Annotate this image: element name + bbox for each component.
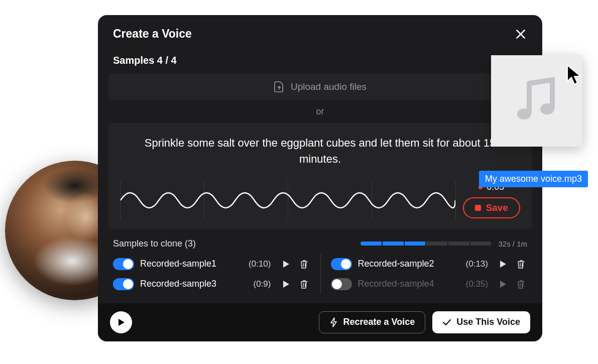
trash-icon — [517, 259, 526, 269]
sample-duration: (0:9) — [254, 279, 271, 289]
sample-toggle[interactable] — [331, 258, 352, 270]
file-upload-icon — [274, 81, 285, 93]
sample-toggle[interactable] — [113, 258, 134, 270]
sample-delete-button[interactable] — [515, 278, 527, 290]
sample-duration: (0:10) — [249, 259, 271, 269]
close-icon — [514, 28, 527, 41]
modal-header: Create a Voice — [98, 15, 542, 50]
modal-title: Create a Voice — [113, 27, 192, 41]
sample-row: Recorded-sample1 (0:10) — [113, 254, 320, 274]
sample-delete-button[interactable] — [515, 258, 527, 270]
check-icon — [442, 319, 451, 326]
sample-list: Recorded-sample1 (0:10) Recorded-sample2… — [98, 254, 542, 299]
stop-icon — [475, 205, 481, 211]
sample-play-button[interactable] — [497, 278, 509, 290]
recreate-voice-button[interactable]: Recreate a Voice — [319, 311, 426, 333]
cursor-icon — [566, 64, 583, 85]
sample-row: Recorded-sample3 (0:9) — [113, 274, 320, 294]
save-label: Save — [486, 202, 508, 213]
play-icon — [282, 260, 291, 269]
sample-name: Recorded-sample2 — [358, 259, 460, 269]
samples-count-label: Samples 4 / 4 — [98, 50, 542, 73]
play-icon — [499, 260, 508, 269]
progress-bar — [361, 241, 491, 246]
waveform — [120, 180, 456, 220]
upload-audio-button[interactable]: Upload audio files — [108, 73, 532, 100]
save-recording-button[interactable]: Save — [463, 197, 520, 218]
sample-delete-button[interactable] — [298, 278, 310, 290]
sample-row: Recorded-sample2 (0:13) — [320, 254, 528, 274]
svg-point-3 — [517, 108, 531, 119]
dragged-filename-label: My awesome voice.mp3 — [479, 171, 588, 187]
sample-play-button[interactable] — [497, 258, 509, 270]
upload-label: Upload audio files — [291, 81, 367, 92]
create-voice-modal: Create a Voice Samples 4 / 4 Upload audi… — [98, 15, 542, 341]
clone-progress: 32s / 1m — [361, 239, 527, 248]
sample-duration: (0:13) — [466, 259, 488, 269]
close-button[interactable] — [514, 28, 527, 41]
sample-name: Recorded-sample4 — [358, 279, 460, 289]
modal-footer: Recreate a Voice Use This Voice — [98, 303, 542, 341]
record-prompt-box: Sprinkle some salt over the eggplant cub… — [108, 123, 532, 229]
sample-name: Recorded-sample3 — [140, 279, 248, 289]
prompt-text: Sprinkle some salt over the eggplant cub… — [120, 133, 520, 174]
recreate-label: Recreate a Voice — [343, 317, 415, 327]
progress-label: 32s / 1m — [498, 239, 527, 248]
preview-play-button[interactable] — [110, 311, 132, 333]
sample-toggle[interactable] — [331, 278, 352, 290]
trash-icon — [300, 259, 309, 269]
sample-play-button[interactable] — [280, 278, 292, 290]
sample-duration: (0:35) — [466, 279, 488, 289]
use-this-voice-button[interactable]: Use This Voice — [432, 311, 530, 333]
sample-play-button[interactable] — [280, 258, 292, 270]
svg-point-4 — [540, 103, 554, 114]
play-icon — [116, 318, 126, 327]
or-separator: or — [98, 100, 542, 123]
music-note-icon — [514, 76, 559, 126]
trash-icon — [300, 279, 309, 289]
trash-icon — [517, 279, 526, 289]
sample-row: Recorded-sample4 (0:35) — [320, 274, 528, 294]
clone-section-title: Samples to clone (3) — [113, 238, 196, 249]
lightning-icon — [329, 317, 338, 327]
sample-name: Recorded-sample1 — [140, 259, 243, 269]
sample-delete-button[interactable] — [298, 258, 310, 270]
play-icon — [499, 280, 508, 289]
sample-toggle[interactable] — [113, 278, 134, 290]
play-icon — [282, 280, 291, 289]
use-voice-label: Use This Voice — [456, 317, 520, 327]
